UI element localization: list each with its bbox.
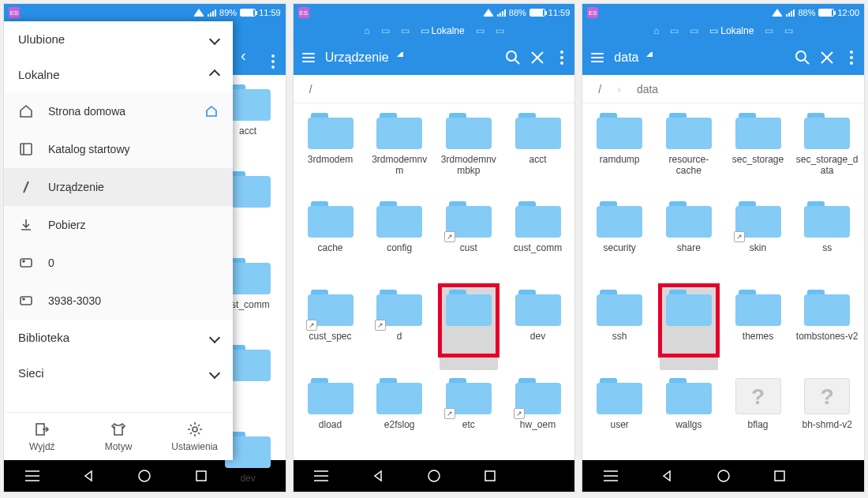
folder-dev[interactable]: dev	[504, 285, 572, 372]
drawer-local[interactable]: Lokalne	[4, 57, 233, 92]
more-icon[interactable]	[556, 51, 568, 65]
crumb-root[interactable]: /	[598, 83, 601, 95]
folder-cust_comm[interactable]: cust_comm	[504, 197, 572, 283]
folder-e2fslog[interactable]: e2fslog	[365, 373, 433, 460]
nav-home-icon[interactable]	[425, 466, 443, 485]
folder-dload[interactable]: dload	[297, 373, 365, 460]
tab-local[interactable]: ▭Lokalne	[421, 25, 465, 36]
tab-local[interactable]: ▭Lokalne	[709, 25, 754, 36]
tab-icon[interactable]: ▭	[476, 25, 485, 36]
nav-back-icon[interactable]	[79, 466, 98, 485]
home-tiny-icon[interactable]: ⌂	[653, 25, 659, 36]
signal-icon	[497, 9, 506, 17]
drawer-item-0[interactable]: 0	[4, 244, 233, 282]
nav-back-icon[interactable]	[657, 466, 676, 485]
battery-icon	[818, 9, 834, 17]
menu-button[interactable]	[300, 51, 317, 65]
nav-home-icon[interactable]	[135, 466, 154, 485]
folder-3rdmodem[interactable]: 3rdmodem	[297, 108, 365, 195]
folder-ss[interactable]: ss	[793, 197, 861, 283]
folder-icon	[735, 113, 781, 149]
menu-button[interactable]	[589, 51, 606, 65]
drawer-item-strona-domowa[interactable]: Strona domowa	[4, 92, 233, 130]
nav-recent-icon[interactable]	[770, 466, 789, 485]
tab-icon[interactable]: ▭	[496, 25, 504, 36]
crumb-data[interactable]: data	[637, 83, 658, 95]
folder-system[interactable]: system	[655, 285, 723, 372]
folder-wallgs[interactable]: wallgs	[655, 373, 723, 460]
close-icon[interactable]	[820, 51, 837, 65]
close-icon[interactable]	[530, 51, 548, 65]
tab-icon[interactable]: ▭	[401, 25, 410, 36]
signal-icon	[786, 9, 795, 17]
folder-resource-cache[interactable]: resource-cache	[655, 108, 723, 195]
svg-point-21	[428, 470, 440, 481]
drawer-network[interactable]: Sieci	[4, 355, 233, 391]
drawer-item-3938-3030[interactable]: 3938-3030	[4, 282, 233, 320]
folder-data[interactable]: data	[435, 285, 503, 372]
file-bh-shmd-v2[interactable]: ?bh-shmd-v2	[793, 373, 861, 460]
drawer-item-pobierz[interactable]: Pobierz	[4, 206, 233, 244]
tab-icon[interactable]: ▭	[381, 25, 390, 36]
folder-icon	[376, 378, 422, 414]
status-bar: ES 89% 11:59	[4, 4, 286, 21]
nav-recent-icon[interactable]	[192, 466, 211, 485]
more-icon[interactable]	[267, 54, 279, 69]
folder-skin[interactable]: ↗skin	[724, 197, 792, 283]
breadcrumb[interactable]: /	[294, 75, 575, 103]
nav-extra-icon[interactable]	[537, 466, 556, 485]
folder-security[interactable]: security	[586, 197, 653, 283]
folder-ssh[interactable]: ssh	[586, 285, 653, 372]
drawer-item-katalog-startowy[interactable]: Katalog startowy	[4, 130, 233, 168]
folder-themes[interactable]: themes	[724, 285, 792, 372]
nav-back-icon[interactable]	[369, 466, 387, 485]
breadcrumb[interactable]: / › data	[582, 75, 864, 103]
folder-share[interactable]: share	[655, 197, 723, 283]
home-tiny-icon[interactable]: ⌂	[364, 25, 369, 36]
folder-sec_storage[interactable]: sec_storage	[724, 108, 792, 195]
nav-home-icon[interactable]	[714, 466, 733, 485]
nav-menu-icon[interactable]	[601, 466, 620, 485]
file-bflag[interactable]: ?bflag	[724, 373, 792, 460]
search-icon[interactable]	[795, 50, 812, 66]
tab-icon[interactable]: ▭	[690, 25, 698, 36]
folder-hw_oem[interactable]: ↗hw_oem	[504, 373, 572, 460]
folder-ramdump[interactable]: ramdump	[586, 108, 653, 195]
folder-icon	[376, 201, 422, 238]
folder-cache[interactable]: cache	[297, 197, 365, 283]
folder-tombstones-v2[interactable]: tombstones-v2	[793, 285, 861, 372]
nav-recent-icon[interactable]	[481, 466, 499, 485]
tab-icon[interactable]: ▭	[670, 25, 679, 36]
dropdown-indicator-icon	[397, 51, 403, 57]
folder-icon	[515, 201, 561, 238]
folder-acct[interactable]: acct	[504, 108, 572, 195]
tab-icon[interactable]: ▭	[765, 25, 773, 36]
drawer-bottom-wyjdź[interactable]: Wyjdź	[4, 413, 80, 460]
drawer-bottom-ustawienia[interactable]: Ustawienia	[156, 413, 233, 460]
drawer-favorites[interactable]: Ulubione	[4, 21, 233, 57]
nav-extra-icon[interactable]	[826, 466, 845, 485]
folder-3rdmodemnvmbkp[interactable]: 3rdmodemnvmbkp	[435, 108, 503, 195]
folder-cust[interactable]: ↗cust	[435, 197, 503, 283]
folder-sec_storage_data[interactable]: sec_storage_data	[793, 108, 861, 195]
folder-user[interactable]: user	[586, 373, 653, 460]
drawer-library[interactable]: Biblioteka	[4, 320, 233, 355]
crumb-root[interactable]: /	[309, 83, 312, 95]
drawer-bottom-motyw[interactable]: Motyw	[80, 413, 157, 460]
folder-d[interactable]: ↗d	[365, 285, 433, 372]
folder-label: 3rdmodemnvm	[368, 154, 431, 177]
drawer-item-label: 0	[48, 256, 54, 269]
folder-config[interactable]: config	[365, 197, 433, 283]
drawer-item-urządzenie[interactable]: Urządzenie	[4, 168, 233, 206]
nav-menu-icon[interactable]	[23, 466, 42, 485]
back-icon[interactable]: ‹	[241, 47, 246, 65]
search-icon[interactable]	[505, 50, 522, 66]
header-title[interactable]: Urządzenie	[325, 51, 389, 65]
nav-menu-icon[interactable]	[312, 466, 331, 485]
header-title[interactable]: data	[614, 51, 638, 65]
folder-cust_spec[interactable]: ↗cust_spec	[297, 285, 365, 372]
tab-icon[interactable]: ▭	[784, 25, 793, 36]
folder-etc[interactable]: ↗etc	[435, 373, 503, 460]
more-icon[interactable]	[845, 51, 858, 65]
folder-3rdmodemnvm[interactable]: 3rdmodemnvm	[365, 108, 433, 195]
